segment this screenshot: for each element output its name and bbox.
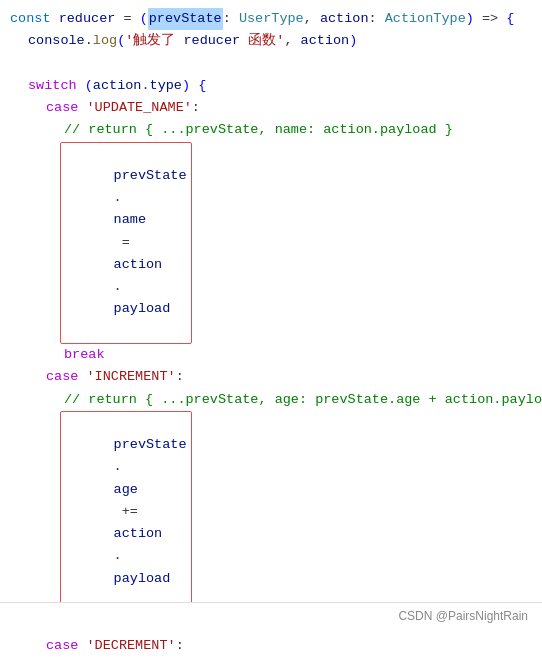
code-line-5: case 'UPDATE_NAME' :	[0, 97, 542, 119]
code-line-11: prevState . age += action . payload	[0, 411, 542, 613]
code-block: const reducer = ( prevState : UserType ,…	[0, 0, 542, 630]
code-line-4: switch ( action . type ) {	[0, 75, 542, 97]
code-line-3	[0, 53, 542, 75]
code-line-9: case 'INCREMENT' :	[0, 366, 542, 388]
var-reducer: reducer	[59, 8, 116, 30]
brand-label: CSDN @PairsNightRain	[398, 607, 528, 627]
code-line-8: break	[0, 344, 542, 366]
highlight-box-2: prevState . age += action . payload	[60, 411, 192, 613]
code-line-7: prevState . name = action . payload	[0, 142, 542, 344]
selected-prevstate: prevState	[148, 8, 223, 30]
code-line-6: // return { ...prevState, name: action.p…	[0, 119, 542, 141]
keyword-const: const	[10, 8, 51, 30]
code-line-1: const reducer = ( prevState : UserType ,…	[0, 8, 542, 30]
footer: CSDN @PairsNightRain	[0, 602, 542, 630]
highlight-box-1: prevState . name = action . payload	[60, 142, 192, 344]
code-line-2: console . log ( '触发了 reducer 函数' , actio…	[0, 30, 542, 52]
code-line-10: // return { ...prevState, age: prevState…	[0, 389, 542, 411]
code-line-13: case 'DECREMENT' :	[0, 635, 542, 657]
